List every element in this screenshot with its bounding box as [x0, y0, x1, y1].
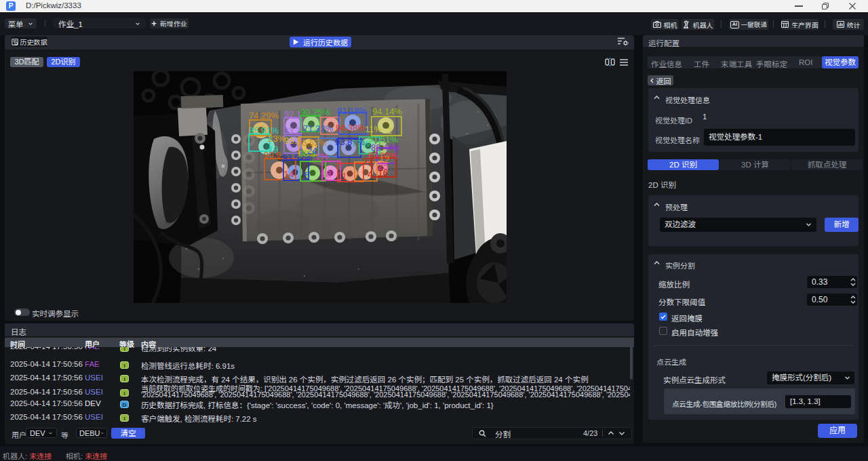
svg-text:74.29%: 74.29%	[249, 111, 279, 121]
svg-text:90.25%: 90.25%	[300, 107, 331, 117]
svg-text:71.32%: 71.32%	[303, 123, 334, 134]
svg-text:4: 4	[368, 169, 373, 180]
svg-text:94.38%: 94.38%	[336, 123, 366, 133]
svg-text:77%: 77%	[352, 138, 370, 148]
svg-text:11: 11	[337, 171, 347, 182]
svg-text:94.14%: 94.14%	[372, 106, 403, 117]
svg-text:18: 18	[321, 169, 332, 180]
svg-text:5: 5	[304, 170, 310, 181]
svg-text:14: 14	[283, 169, 294, 180]
svg-text:22: 22	[363, 156, 374, 167]
svg-text:92.1: 92.1	[284, 109, 301, 119]
svg-text:7: 7	[354, 169, 359, 180]
svg-text:24: 24	[307, 146, 317, 156]
svg-text:11%: 11%	[365, 124, 382, 134]
svg-text:93.2: 93.2	[283, 125, 300, 136]
svg-text:23%: 23%	[268, 134, 285, 144]
svg-text:90.9: 90.9	[264, 150, 281, 160]
svg-text:16: 16	[378, 167, 389, 178]
svg-text:81.18%: 81.18%	[337, 106, 368, 116]
svg-text:1%: 1%	[315, 151, 328, 161]
